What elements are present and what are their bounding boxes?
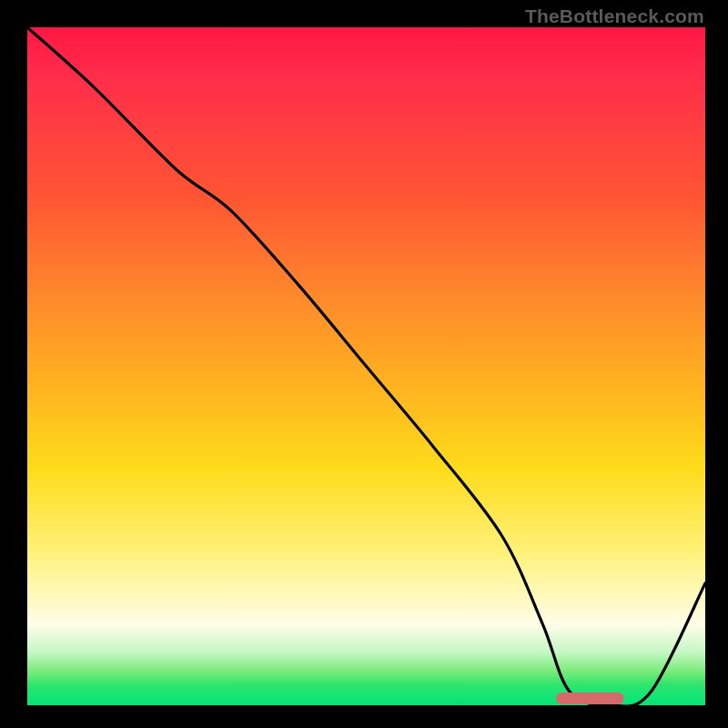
bottleneck-curve bbox=[27, 27, 705, 705]
watermark-text: TheBottleneck.com bbox=[525, 5, 704, 27]
chart-container: TheBottleneck.com bbox=[0, 0, 728, 728]
plot-area bbox=[27, 27, 705, 705]
curve-layer bbox=[27, 27, 705, 705]
optimum-marker bbox=[556, 693, 624, 704]
